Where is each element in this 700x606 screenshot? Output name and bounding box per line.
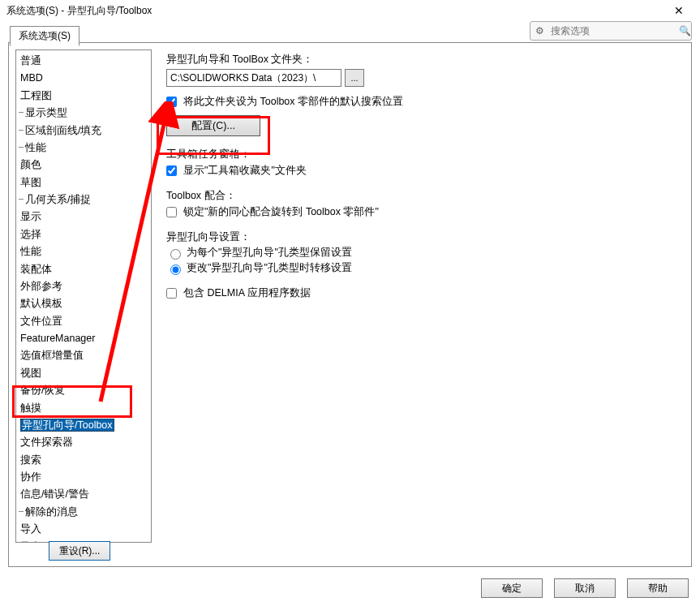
- tree-item-label: 性能: [20, 246, 41, 257]
- label-taskpane: 工具箱任务窗格：: [166, 148, 680, 161]
- options-tree: 普通MBD工程图显示类型区域剖面线/填充性能颜色草图几何关系/捕捉显示选择性能装…: [15, 49, 152, 543]
- checkbox-default-search[interactable]: [166, 97, 177, 107]
- tree-item-label: 几何关系/捕捉: [25, 194, 91, 205]
- tree-item-label: 默认模板: [20, 298, 62, 309]
- tree-item-2[interactable]: 工程图: [19, 88, 148, 105]
- tree-item-19[interactable]: 备份/恢复: [19, 382, 148, 399]
- tree-item-label: 性能: [25, 142, 46, 153]
- label-folder: 异型孔向导和 ToolBox 文件夹：: [166, 53, 680, 67]
- tree-item-7[interactable]: 草图: [19, 174, 148, 191]
- tree-item-label: 搜索: [20, 454, 41, 466]
- tree-item-0[interactable]: 普通: [19, 53, 148, 70]
- tree-item-10[interactable]: 选择: [19, 226, 148, 243]
- tree-item-11[interactable]: 性能: [19, 243, 148, 260]
- tree-item-20[interactable]: 触摸: [19, 400, 148, 417]
- search-icon: 🔍: [679, 25, 691, 37]
- label-mate: Toolbox 配合：: [166, 189, 680, 203]
- help-button[interactable]: 帮助: [627, 578, 689, 598]
- search-input[interactable]: [549, 24, 674, 37]
- tree-item-label: 外部参考: [20, 281, 62, 292]
- tree-item-18[interactable]: 视图: [19, 365, 148, 382]
- gear-icon: ⚙: [535, 25, 544, 37]
- tree-item-16[interactable]: FeatureManager: [19, 330, 148, 347]
- tree-item-label: 导入: [20, 523, 41, 535]
- label-radio-preserve: 为每个"异型孔向导"孔类型保留设置: [187, 246, 352, 260]
- tree-item-22[interactable]: 文件探索器: [19, 434, 148, 451]
- tree-item-label: MBD: [20, 72, 43, 84]
- tree-item-21[interactable]: 异型孔向导/Toolbox: [19, 417, 148, 434]
- tree-item-27[interactable]: 导入: [19, 521, 148, 538]
- tree-item-label: 备份/恢复: [20, 385, 65, 396]
- tree-item-17[interactable]: 选值框增量值: [19, 347, 148, 364]
- reset-button[interactable]: 重设(R)...: [49, 541, 110, 561]
- tree-item-label: 协作: [20, 471, 41, 483]
- label-show-fav: 显示"工具箱收藏夹"文件夹: [183, 164, 307, 178]
- tree-item-label: 信息/错误/警告: [20, 488, 89, 500]
- tree-item-label: 异型孔向导/Toolbox: [20, 419, 114, 432]
- tree-item-label: 显示: [20, 211, 41, 222]
- tree-item-8[interactable]: 几何关系/捕捉: [19, 191, 148, 208]
- tree-item-label: 文件探索器: [20, 436, 73, 448]
- tree-item-25[interactable]: 信息/错误/警告: [19, 486, 148, 503]
- tree-item-label: 颜色: [20, 159, 41, 170]
- tree-item-24[interactable]: 协作: [19, 469, 148, 486]
- tree-item-label: 选值框增量值: [20, 350, 84, 361]
- label-radio-transfer: 更改"异型孔向导"孔类型时转移设置: [187, 261, 352, 275]
- tree-item-label: 普通: [20, 55, 41, 67]
- browse-button[interactable]: ...: [345, 69, 364, 87]
- tree-item-label: 解除的消息: [25, 506, 78, 518]
- label-default-search: 将此文件夹设为 Toolbox 零部件的默认搜索位置: [183, 95, 403, 109]
- ok-button[interactable]: 确定: [481, 578, 543, 598]
- tree-item-label: FeatureManager: [20, 333, 95, 344]
- tree-item-5[interactable]: 性能: [19, 140, 148, 157]
- tree-item-label: 区域剖面线/填充: [25, 125, 101, 136]
- label-delmia: 包含 DELMIA 应用程序数据: [183, 286, 311, 300]
- checkbox-delmia[interactable]: [166, 288, 177, 299]
- tree-item-6[interactable]: 颜色: [19, 157, 148, 174]
- tree-item-13[interactable]: 外部参考: [19, 278, 148, 295]
- tree-item-26[interactable]: 解除的消息: [19, 504, 148, 521]
- tree-item-15[interactable]: 文件位置: [19, 313, 148, 330]
- tree-item-9[interactable]: 显示: [19, 208, 148, 226]
- tree-item-label: 文件位置: [20, 316, 62, 327]
- tree-item-4[interactable]: 区域剖面线/填充: [19, 122, 148, 140]
- tree-item-label: 触摸: [20, 402, 41, 414]
- tree-item-label: 选择: [20, 229, 41, 240]
- cancel-button[interactable]: 取消: [554, 578, 616, 598]
- close-button[interactable]: ✕: [661, 0, 697, 21]
- tree-item-14[interactable]: 默认模板: [19, 295, 148, 312]
- search-box[interactable]: ⚙ 🔍: [530, 21, 692, 41]
- radio-transfer[interactable]: [170, 264, 181, 275]
- tree-item-label: 导出: [20, 541, 41, 544]
- tree-item-label: 工程图: [20, 90, 52, 101]
- label-hw: 异型孔向导设置：: [166, 230, 680, 244]
- tree-item-23[interactable]: 搜索: [19, 452, 148, 469]
- tree-item-label: 显示类型: [25, 107, 67, 118]
- label-lock-mate: 锁定"新的同心配合旋转到 Toolbox 零部件": [183, 205, 379, 219]
- checkbox-lock-mate[interactable]: [166, 207, 177, 217]
- tab-system-options[interactable]: 系统选项(S): [10, 26, 79, 46]
- tree-item-3[interactable]: 显示类型: [19, 105, 148, 122]
- tree-item-label: 草图: [20, 177, 41, 188]
- tree-item-label: 装配体: [20, 264, 52, 275]
- window-title: 系统选项(S) - 异型孔向导/Toolbox: [6, 4, 152, 18]
- input-folder-path[interactable]: [166, 69, 341, 87]
- radio-preserve[interactable]: [170, 249, 181, 260]
- tree-item-1[interactable]: MBD: [19, 70, 148, 87]
- tree-item-12[interactable]: 装配体: [19, 261, 148, 278]
- checkbox-show-fav[interactable]: [166, 165, 177, 176]
- tree-item-label: 视图: [20, 367, 41, 379]
- config-button[interactable]: 配置(C)...: [166, 115, 260, 136]
